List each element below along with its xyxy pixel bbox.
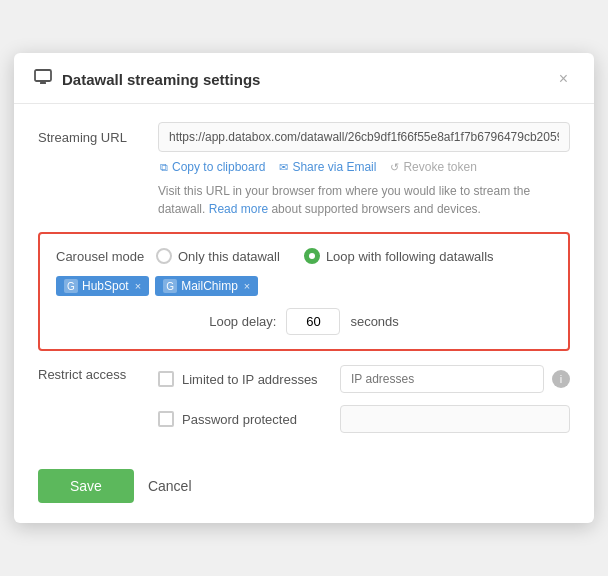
url-actions: Copy to clipboard Share via Email Revoke… bbox=[160, 160, 570, 174]
pw-checkbox[interactable] bbox=[158, 411, 174, 427]
share-email-link[interactable]: Share via Email bbox=[279, 160, 376, 174]
dialog: Datawall streaming settings × Streaming … bbox=[14, 53, 594, 523]
info-icon[interactable]: i bbox=[552, 370, 570, 388]
dialog-header: Datawall streaming settings × bbox=[14, 53, 594, 104]
save-button[interactable]: Save bbox=[38, 469, 134, 503]
dialog-footer: Save Cancel bbox=[14, 465, 594, 523]
svg-rect-0 bbox=[35, 70, 51, 81]
revoke-icon bbox=[390, 161, 399, 174]
monitor-icon bbox=[34, 69, 52, 89]
copy-clipboard-link[interactable]: Copy to clipboard bbox=[160, 160, 265, 174]
tag-mailchimp-close[interactable]: × bbox=[244, 280, 250, 292]
restrict-ip-item: Limited to IP addresses i bbox=[158, 365, 570, 393]
loop-delay-input[interactable] bbox=[286, 308, 340, 335]
streaming-url-input[interactable] bbox=[158, 122, 570, 152]
mailchimp-icon: G bbox=[163, 279, 177, 293]
pw-input[interactable] bbox=[340, 405, 570, 433]
dialog-title: Datawall streaming settings bbox=[62, 71, 553, 88]
ip-label: Limited to IP addresses bbox=[182, 372, 332, 387]
svg-rect-1 bbox=[40, 82, 46, 84]
radio-circle-option2 bbox=[304, 248, 320, 264]
copy-icon bbox=[160, 161, 168, 174]
url-hint: Visit this URL in your browser from wher… bbox=[158, 182, 570, 218]
streaming-url-label: Streaming URL bbox=[38, 122, 158, 145]
read-more-link[interactable]: Read more bbox=[209, 202, 268, 216]
carousel-row: Carousel mode Only this datawall Loop wi… bbox=[56, 248, 552, 264]
email-icon bbox=[279, 161, 288, 174]
dialog-body: Streaming URL Copy to clipboard Share vi… bbox=[14, 104, 594, 465]
revoke-token-link[interactable]: Revoke token bbox=[390, 160, 476, 174]
tag-hubspot: G HubSpot × bbox=[56, 276, 149, 296]
radio-only-datawall[interactable]: Only this datawall bbox=[156, 248, 280, 264]
radio-options: Only this datawall Loop with following d… bbox=[156, 248, 494, 264]
tag-mailchimp: G MailChimp × bbox=[155, 276, 258, 296]
pw-label: Password protected bbox=[182, 412, 332, 427]
cancel-button[interactable]: Cancel bbox=[148, 478, 192, 494]
streaming-url-row: Streaming URL Copy to clipboard Share vi… bbox=[38, 122, 570, 218]
loop-unit-label: seconds bbox=[350, 314, 398, 329]
streaming-url-content: Copy to clipboard Share via Email Revoke… bbox=[158, 122, 570, 218]
tags-row: G HubSpot × G MailChimp × bbox=[56, 276, 552, 296]
close-button[interactable]: × bbox=[553, 69, 574, 89]
restrict-access-label: Restrict access bbox=[38, 365, 158, 382]
ip-checkbox[interactable] bbox=[158, 371, 174, 387]
radio-loop-datawalls[interactable]: Loop with following datawalls bbox=[304, 248, 494, 264]
restrict-content: Limited to IP addresses i Password prote… bbox=[158, 365, 570, 433]
restrict-access-row: Restrict access Limited to IP addresses … bbox=[38, 365, 570, 433]
tag-hubspot-close[interactable]: × bbox=[135, 280, 141, 292]
ip-input[interactable] bbox=[340, 365, 544, 393]
radio-circle-option1 bbox=[156, 248, 172, 264]
carousel-section: Carousel mode Only this datawall Loop wi… bbox=[38, 232, 570, 351]
loop-delay-row: Loop delay: seconds bbox=[56, 308, 552, 335]
restrict-pw-item: Password protected bbox=[158, 405, 570, 433]
hubspot-icon: G bbox=[64, 279, 78, 293]
carousel-label: Carousel mode bbox=[56, 249, 156, 264]
loop-delay-label: Loop delay: bbox=[209, 314, 276, 329]
